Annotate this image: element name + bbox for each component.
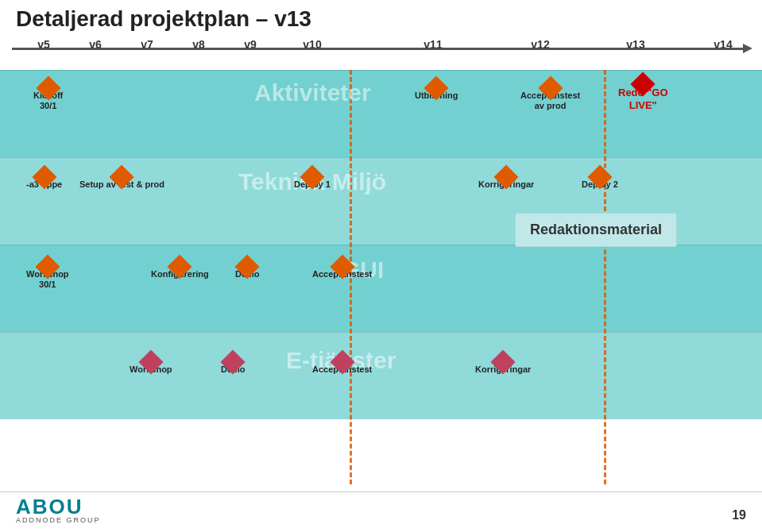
- page: Detaljerad projektplan – v13 v5 v6 v7 v8…: [0, 0, 762, 532]
- logo-area: ABOU ADDNODE GROUP: [16, 495, 101, 524]
- milestone-korrigeringar-1: Korrigeringar: [478, 168, 534, 190]
- milestone-setup-test-prod: Setup av test & prod: [79, 168, 164, 190]
- bottom-separator: [0, 492, 762, 492]
- week-v6: v6: [89, 38, 102, 51]
- week-v5: v5: [37, 38, 50, 51]
- dashed-line-v13: [604, 70, 606, 484]
- milestone-kickoff: Kickoff30/1: [33, 79, 63, 111]
- week-v12: v12: [531, 38, 549, 51]
- page-number: 19: [732, 508, 746, 522]
- milestone-demo-etjanster: Demo: [221, 353, 246, 375]
- milestone-a3-uppe: -a3 uppe: [26, 168, 62, 190]
- milestone-redo-go-live: Redo "GOLIVE": [618, 75, 668, 111]
- milestone-acceptanstest-gui: Acceptanstest: [312, 258, 372, 279]
- redaktionsmaterial-box: Redaktionsmaterial: [515, 213, 677, 247]
- milestone-deploy-1: Deploy 1: [294, 168, 331, 190]
- week-v14: v14: [714, 38, 732, 51]
- week-v13: v13: [626, 38, 644, 51]
- milestone-korrigeringar-etjanster: Korrigeringar: [475, 353, 531, 375]
- logo-abou: ABOU ADDNODE GROUP: [16, 495, 101, 524]
- lane-etjanster: [0, 332, 762, 419]
- milestone-workshop-etjanster: Workshop: [130, 353, 172, 375]
- milestone-workshop-gui: Workshop30/1: [26, 258, 69, 290]
- page-title: Detaljerad projektplan – v13: [16, 6, 311, 32]
- week-v11: v11: [424, 38, 442, 51]
- milestone-acceptanstest-prod: Acceptanstestav prod: [520, 79, 580, 111]
- milestone-demo-gui: Demo: [235, 258, 260, 279]
- week-v8: v8: [192, 38, 205, 51]
- milestone-utbildning: Utbildning: [415, 79, 458, 101]
- week-v9: v9: [244, 38, 257, 51]
- milestone-konfigurering: Konfigurering: [151, 258, 209, 279]
- lane-gui: [0, 245, 762, 332]
- milestone-deploy-2: Deploy 2: [582, 168, 618, 190]
- week-v10: v10: [303, 38, 321, 51]
- milestone-acceptanstest-etjanster: Acceptanstest: [312, 353, 372, 375]
- week-v7: v7: [141, 38, 153, 51]
